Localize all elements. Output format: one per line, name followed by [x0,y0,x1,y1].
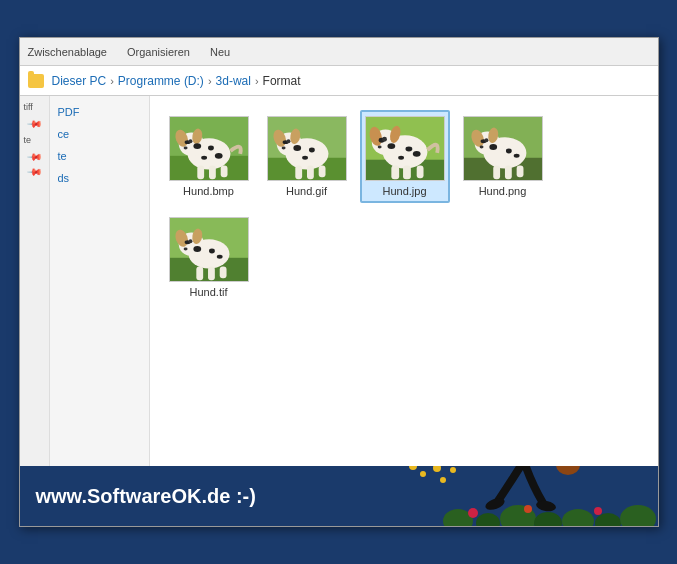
toolbar: Zwischenablage Organisieren Neu [20,38,658,66]
svg-point-57 [479,146,483,149]
svg-point-24 [308,148,314,153]
svg-rect-59 [493,166,500,180]
files-grid: Hund.bmp [160,106,648,308]
left-panel-pdf[interactable]: PDF [54,104,145,120]
svg-point-26 [281,147,285,150]
breadcrumb: Dieser PC › Programme (D:) › 3d-wal › Fo… [20,66,658,96]
svg-point-41 [398,156,404,160]
breadcrumb-sep-3: › [255,75,259,87]
breadcrumb-programme[interactable]: Programme (D:) [118,74,204,88]
svg-point-39 [405,147,412,152]
sidebar: tiff 📌 te 📌 📌 [20,96,50,466]
sidebar-te: te [22,133,47,147]
svg-rect-75 [208,267,215,281]
svg-point-42 [377,146,381,149]
svg-rect-44 [391,166,399,180]
svg-point-82 [450,467,456,473]
svg-point-12 [188,139,192,143]
svg-rect-29 [307,166,314,180]
svg-point-96 [595,513,621,526]
scatter-dots [393,466,473,498]
left-panel-ds[interactable]: ds [54,170,145,186]
svg-rect-74 [196,267,203,281]
svg-rect-30 [318,166,325,178]
file-thumbnail [267,116,347,181]
file-item[interactable]: Hund.tif [164,211,254,304]
svg-rect-13 [197,166,204,180]
svg-point-40 [412,151,420,157]
svg-point-72 [183,248,187,251]
svg-point-69 [193,246,201,252]
content-area: tiff 📌 te 📌 📌 PDF ce te ds [20,96,658,466]
svg-point-38 [387,143,395,149]
svg-point-97 [620,505,656,526]
character-silhouette [468,466,598,526]
svg-point-84 [440,477,446,483]
svg-point-73 [188,239,192,243]
svg-rect-45 [403,166,411,180]
file-thumbnail [169,116,249,181]
file-label: Hund.jpg [382,185,426,197]
svg-rect-14 [209,166,216,180]
folder-icon [28,74,44,88]
file-label: Hund.bmp [183,185,234,197]
main-content: Hund.bmp [150,96,658,466]
file-item[interactable]: Hund.gif [262,110,352,203]
svg-point-71 [216,255,222,259]
sidebar-tiff: tiff [22,100,47,114]
svg-point-56 [513,154,519,158]
svg-point-27 [286,139,290,143]
bottom-bar: www.SoftwareOK.de :-) [20,466,658,526]
svg-point-23 [293,145,301,151]
file-thumbnail [463,116,543,181]
svg-point-83 [420,471,426,477]
explorer-window: Zwischenablage Organisieren Neu Dieser P… [19,37,659,527]
file-item-selected[interactable]: Hund.jpg [360,110,450,203]
svg-point-55 [505,149,511,154]
svg-point-25 [302,156,308,160]
svg-point-11 [183,147,187,150]
file-item[interactable]: Hund.png [458,110,548,203]
svg-point-9 [214,153,222,159]
svg-rect-15 [220,166,227,178]
svg-point-70 [209,249,215,254]
svg-rect-60 [504,166,511,180]
file-label: Hund.png [479,185,527,197]
breadcrumb-3dwal[interactable]: 3d-wal [216,74,251,88]
svg-point-81 [433,466,441,472]
svg-rect-61 [516,166,523,178]
svg-point-8 [208,146,214,151]
toolbar-organize[interactable]: Organisieren [127,46,190,58]
left-panel-te[interactable]: te [54,148,145,164]
breadcrumb-format: Format [263,74,301,88]
svg-point-54 [489,144,497,150]
file-label: Hund.tif [190,286,228,298]
left-panel: PDF ce te ds [50,96,150,466]
svg-point-43 [382,137,387,142]
svg-point-7 [193,143,201,149]
left-panel-ce[interactable]: ce [54,126,145,142]
svg-point-58 [484,138,488,142]
breadcrumb-sep-1: › [110,75,114,87]
breadcrumb-dieser-pc[interactable]: Dieser PC [52,74,107,88]
svg-rect-28 [295,166,302,180]
watermark-text: www.SoftwareOK.de :-) [36,485,256,508]
toolbar-clipboard[interactable]: Zwischenablage [28,46,108,58]
file-label: Hund.gif [286,185,327,197]
file-thumbnail [169,217,249,282]
file-item[interactable]: Hund.bmp [164,110,254,203]
svg-rect-46 [416,166,423,179]
breadcrumb-sep-2: › [208,75,212,87]
svg-point-87 [556,466,580,475]
svg-rect-76 [219,267,226,279]
svg-point-10 [201,156,207,160]
toolbar-new[interactable]: Neu [210,46,230,58]
file-thumbnail [365,116,445,181]
svg-point-80 [409,466,417,470]
